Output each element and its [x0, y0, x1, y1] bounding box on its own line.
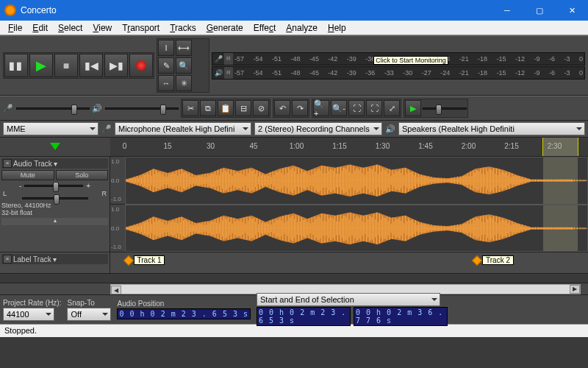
edit-group: ✂ ⧉ 📋 ⊟ ⊘	[181, 99, 270, 118]
playhead-icon[interactable]	[50, 143, 60, 155]
menu-help[interactable]: Help	[323, 21, 351, 35]
window-titlebar: Concerto ─ ▢ ✕	[0, 0, 588, 21]
meter-hint: Click to Start Monitoring	[373, 56, 448, 65]
window-title: Concerto	[21, 5, 491, 15]
menu-effect[interactable]: Effect	[248, 21, 281, 35]
redo-button[interactable]: ↷	[292, 100, 308, 116]
selection-toolbar: Project Rate (Hz): 44100 Snap-To Off Aud…	[0, 294, 588, 324]
play-button[interactable]: ▶	[29, 54, 53, 77]
pause-button[interactable]: ▮▮	[4, 54, 28, 77]
record-button[interactable]	[129, 54, 153, 77]
play-meter[interactable]: 🔊 R -57-54-51-48-45-42-39-36-33-30-27-24…	[212, 66, 585, 79]
label-track-content[interactable]: Track 1Track 2	[110, 252, 588, 273]
label-marker[interactable]: Track 1	[125, 255, 165, 265]
menu-analyze[interactable]: Analyze	[281, 21, 323, 35]
label-pin-icon	[472, 255, 482, 265]
menu-view[interactable]: View	[87, 21, 117, 35]
project-rate-select[interactable]: 44100	[3, 308, 54, 321]
scrub-speed[interactable]	[423, 100, 467, 116]
transport-group: ▮▮ ▶ ■ ▮◀ ▶▮	[3, 52, 154, 79]
menu-file[interactable]: File	[3, 21, 27, 35]
input-device-select[interactable]: Microphone (Realtek High Defini	[115, 122, 251, 135]
menubar: File Edit Select View Transport Tracks G…	[0, 21, 588, 35]
skip-start-button[interactable]: ▮◀	[79, 54, 103, 77]
transport-toolbar: ▮▮ ▶ ■ ▮◀ ▶▮ I ⟷ ✎ 🔍 ↔ ✳ 🎤 R Click to St…	[0, 35, 588, 96]
record-volume[interactable]: 🎤	[3, 104, 90, 113]
maximize-button[interactable]: ▢	[523, 0, 556, 21]
label-text[interactable]: Track 1	[134, 255, 165, 265]
zoom-toggle-button[interactable]: ⤢	[384, 100, 400, 116]
stop-button[interactable]: ■	[54, 54, 78, 77]
mixer-toolbar: 🎤 🔊 ✂ ⧉ 📋 ⊟ ⊘ ↶ ↷ 🔍+ 🔍- ⛶ ⛶ ⤢ ▶	[0, 96, 588, 121]
waveform-area[interactable]: 1.00.0-1.0 1.00.0-1.0	[110, 157, 588, 252]
timeline-ruler[interactable]: -1501530451:001:151:301:452:002:152:302:…	[0, 138, 588, 157]
trim-button[interactable]: ⊟	[235, 100, 251, 116]
scrub-play-button[interactable]: ▶	[405, 100, 421, 116]
zoom-group: 🔍+ 🔍- ⛶ ⛶ ⤢	[312, 99, 401, 118]
label-track: × Label Track ▾ Track 1Track 2	[0, 252, 588, 274]
undo-button[interactable]: ↶	[274, 100, 290, 116]
channels-select[interactable]: 2 (Stereo) Recording Channels	[254, 122, 382, 135]
envelope-tool[interactable]: ⟷	[176, 40, 192, 56]
app-icon	[4, 4, 16, 16]
selection-tool[interactable]: I	[158, 40, 174, 56]
menu-edit[interactable]: Edit	[27, 21, 53, 35]
paste-button[interactable]: 📋	[218, 100, 234, 116]
speaker-icon: 🔊	[92, 104, 102, 113]
device-toolbar: MME 🎤 Microphone (Realtek High Defini 2 …	[0, 121, 588, 138]
audio-track: × Audio Track ▾ Mute Solo -+ LR Stereo, …	[0, 157, 588, 252]
label-text[interactable]: Track 2	[482, 255, 514, 265]
draw-tool[interactable]: ✎	[158, 57, 174, 74]
menu-select[interactable]: Select	[53, 21, 87, 35]
selection-start-field[interactable]: 0 0 h 0 2 m 2 3 . 6 5 3 s	[257, 307, 351, 326]
record-meter[interactable]: 🎤 R Click to Start Monitoring-57-54-51-4…	[212, 52, 585, 66]
menu-transport[interactable]: Transport	[117, 21, 165, 35]
track-control-panel: × Audio Track ▾ Mute Solo -+ LR Stereo, …	[0, 157, 110, 252]
scrub-group: ▶	[404, 99, 468, 118]
waveform-right[interactable]	[125, 205, 588, 252]
mic-icon: 🎤	[101, 124, 112, 134]
label-track-name: Label Track	[13, 255, 51, 263]
solo-button[interactable]: Solo	[56, 170, 109, 180]
zoom-in-button[interactable]: 🔍+	[313, 100, 329, 116]
skip-end-button[interactable]: ▶▮	[104, 54, 128, 77]
zoom-tool[interactable]: 🔍	[176, 57, 192, 74]
track-close-button[interactable]: ×	[3, 159, 12, 168]
zoom-out-button[interactable]: 🔍-	[331, 100, 347, 116]
position-label: Audio Position	[117, 300, 251, 308]
pan-slider[interactable]	[1, 197, 108, 199]
selection-end-field[interactable]: 0 0 h 0 2 m 3 6 . 7 7 6 s	[354, 307, 448, 326]
audio-position-field[interactable]: 0 0 h 0 2 m 2 3 . 6 5 3 s	[117, 308, 251, 319]
gain-slider[interactable]: -+	[1, 182, 108, 190]
speaker-icon: 🔊	[385, 124, 395, 134]
track-name: Audio Track	[13, 160, 52, 168]
chevron-down-icon[interactable]: ▾	[54, 160, 57, 168]
menu-tracks[interactable]: Tracks	[165, 21, 201, 35]
snap-to-select[interactable]: Off	[67, 308, 111, 321]
label-marker[interactable]: Track 2	[473, 255, 514, 265]
collapse-button[interactable]: ▴	[1, 218, 108, 225]
waveform-left[interactable]	[125, 157, 588, 205]
mute-button[interactable]: Mute	[1, 170, 54, 180]
label-track-close-button[interactable]: ×	[3, 255, 12, 263]
playback-volume[interactable]: 🔊	[92, 104, 179, 113]
menu-generate[interactable]: Generate	[201, 21, 248, 35]
chevron-down-icon[interactable]: ▾	[53, 255, 57, 263]
copy-button[interactable]: ⧉	[200, 100, 216, 116]
output-device-select[interactable]: Speakers (Realtek High Definiti	[398, 122, 585, 135]
rate-label: Project Rate (Hz):	[3, 299, 61, 307]
multi-tool[interactable]: ✳	[176, 75, 192, 91]
cut-button[interactable]: ✂	[182, 100, 198, 116]
mic-icon: 🎤	[3, 104, 13, 113]
fit-project-button[interactable]: ⛶	[366, 100, 382, 116]
timeshift-tool[interactable]: ↔	[158, 75, 174, 91]
close-button[interactable]: ✕	[556, 0, 588, 21]
silence-button[interactable]: ⊘	[253, 100, 269, 116]
minimize-button[interactable]: ─	[491, 0, 523, 21]
tools-group: I ⟷ ✎ 🔍 ↔ ✳	[157, 38, 209, 93]
fit-selection-button[interactable]: ⛶	[348, 100, 365, 116]
label-pin-icon	[123, 255, 133, 265]
snap-label: Snap-To	[67, 299, 111, 307]
audio-host-select[interactable]: MME	[3, 122, 98, 135]
selection-mode-select[interactable]: Start and End of Selection	[257, 293, 440, 306]
